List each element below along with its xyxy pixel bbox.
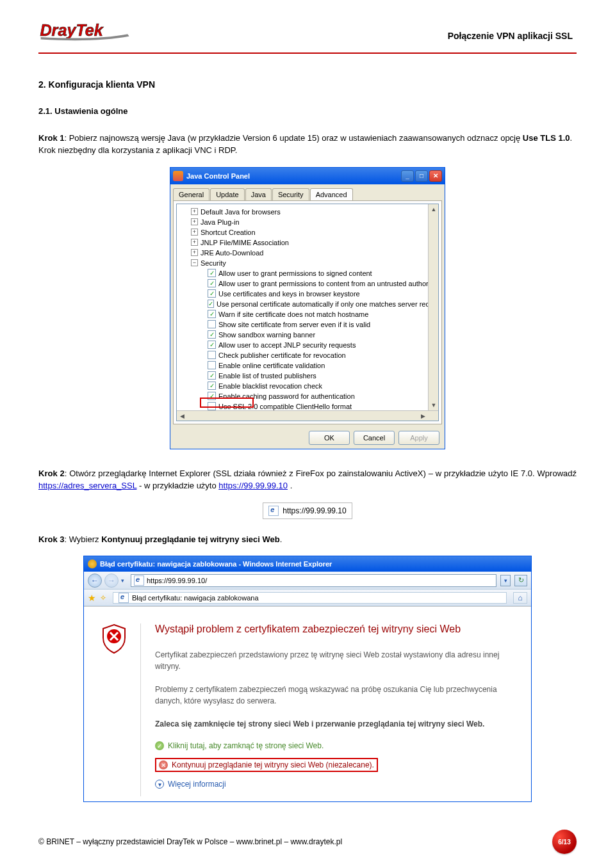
collapse-icon[interactable]: − (191, 259, 198, 266)
ie-tab[interactable]: Błąd certyfikatu: nawigacja zablokowana (113, 592, 507, 604)
ie-address-input[interactable] (147, 577, 493, 584)
tree-node-collapsed[interactable]: +JRE Auto-Download (181, 248, 436, 258)
step1-option-name: Use TLS 1.0 (523, 133, 570, 143)
checkbox-icon[interactable]: ✓ (208, 269, 216, 277)
expand-icon[interactable]: + (191, 208, 198, 215)
tree-checkbox-item[interactable]: ✓Use certificates and keys in browser ke… (181, 289, 436, 299)
url-bar: https://99.99.99.10 (263, 502, 352, 519)
checkbox-icon[interactable]: ✓ (208, 330, 216, 339)
ie-tab-label: Błąd certyfikatu: nawigacja zablokowana (132, 594, 259, 602)
cert-heading: Wystąpił problem z certyfikatem zabezpie… (155, 623, 514, 635)
page-number-badge: 6/13 (552, 830, 577, 854)
tab-java[interactable]: Java (245, 188, 272, 200)
link-example-url[interactable]: https://99.99.99.10 (218, 481, 288, 490)
tree-label: JNLP File/MIME Association (201, 237, 289, 248)
address-dropdown-icon[interactable]: ▾ (500, 575, 511, 586)
checkbox-icon[interactable]: ✓ (208, 310, 216, 318)
refresh-button[interactable]: ↻ (514, 575, 527, 586)
maximize-button[interactable]: □ (415, 170, 428, 182)
jcp-tabs: General Update Java Security Advanced (170, 184, 445, 200)
apply-button[interactable]: Apply (398, 431, 439, 445)
cancel-button[interactable]: Cancel (354, 431, 395, 445)
tree-checkbox-item[interactable]: ✓Show site certificate from server even … (181, 319, 436, 330)
forward-button[interactable]: → (104, 574, 119, 588)
doc-title: Połączenie VPN aplikacji SSL (448, 31, 577, 47)
cert-more-info-link[interactable]: Więcej informacji (168, 780, 226, 789)
footer-text: © BRINET – wyłączny przedstawiciel DrayT… (38, 837, 342, 846)
tree-checkbox-item[interactable]: ✓Enable list of trusted publishers (181, 371, 436, 381)
link-ssl-server[interactable]: https://adres_servera_SSL (38, 481, 136, 490)
cert-continue-link[interactable]: Kontynuuj przeglądanie tej witryny sieci… (172, 760, 374, 769)
checkbox-icon[interactable]: ✓ (208, 341, 216, 349)
info-icon: ▾ (155, 780, 164, 789)
step3-label: Krok 3 (38, 534, 64, 544)
tree-checkbox-item[interactable]: ✓Check publisher certificate for revocat… (181, 350, 436, 360)
add-favorites-icon[interactable]: ✧ (100, 593, 106, 602)
tree-checkbox-item[interactable]: ✓Show sandbox warning banner (181, 330, 436, 340)
favorites-icon[interactable]: ★ (88, 593, 96, 603)
tree-checkbox-item[interactable]: ✓Allow user to grant permissions to cont… (181, 278, 436, 289)
ie-body: Wystąpił problem z certyfikatem zabezpie… (84, 606, 531, 801)
svg-text:DrayTek: DrayTek (40, 21, 104, 39)
checkbox-icon[interactable]: ✓ (208, 279, 216, 287)
checkbox-label: Allow user to accept JNLP security reque… (218, 340, 356, 350)
close-button[interactable]: ✕ (429, 170, 442, 182)
tree-checkbox-item[interactable]: ✓Enable online certificate validation (181, 360, 436, 371)
ie-address-bar[interactable] (131, 574, 496, 587)
tree-node-collapsed[interactable]: +JNLP File/MIME Association (181, 237, 436, 248)
checkbox-label: Show site certificate from server even i… (218, 319, 370, 330)
tree-checkbox-item[interactable]: ✓Warn if site certificate does not match… (181, 309, 436, 319)
checkbox-icon[interactable]: ✓ (208, 392, 216, 400)
checkbox-icon[interactable]: ✓ (208, 361, 216, 369)
checkbox-icon[interactable]: ✓ (208, 382, 216, 390)
tree-label: Security (201, 258, 226, 268)
checkbox-icon[interactable]: ✓ (208, 300, 214, 308)
tree-checkbox-item[interactable]: ✓Allow user to grant permissions to sign… (181, 268, 436, 278)
tab-general[interactable]: General (173, 188, 209, 200)
tree-node-security[interactable]: −Security (181, 258, 436, 268)
ie-page-icon (134, 575, 144, 586)
tab-security[interactable]: Security (272, 188, 309, 200)
tab-update[interactable]: Update (210, 188, 244, 200)
step3-text-after: . (280, 534, 283, 544)
tree-node-collapsed[interactable]: +Default Java for browsers (181, 207, 436, 217)
cert-close-link[interactable]: Kliknij tutaj, aby zamknąć tę stronę sie… (168, 741, 324, 750)
jcp-title: Java Control Panel (186, 172, 400, 180)
horizontal-scrollbar[interactable] (177, 410, 438, 421)
tab-advanced[interactable]: Advanced (310, 188, 353, 200)
jcp-tree[interactable]: +Default Java for browsers+Java Plug-in+… (176, 204, 439, 421)
nav-dropdown-icon[interactable]: ▾ (121, 577, 124, 584)
tree-checkbox-item[interactable]: ✓Enable caching password for authenticat… (181, 391, 436, 401)
minimize-button[interactable]: _ (401, 170, 414, 182)
tree-node-collapsed[interactable]: +Shortcut Creation (181, 227, 436, 237)
expand-icon[interactable]: + (191, 239, 198, 246)
tree-checkbox-item[interactable]: ✓Enable blacklist revocation check (181, 381, 436, 391)
step3-button-name: Kontynuuj przeglądanie tej witryny sieci… (101, 534, 280, 544)
tree-node-collapsed[interactable]: +Java Plug-in (181, 217, 436, 227)
expand-icon[interactable]: + (191, 249, 198, 256)
back-button[interactable]: ← (88, 574, 102, 588)
checkbox-icon[interactable]: ✓ (208, 289, 216, 298)
tree-checkbox-item[interactable]: ✓Use personal certificate automatically … (181, 299, 436, 309)
tree-checkbox-item[interactable]: ✓Allow user to accept JNLP security requ… (181, 340, 436, 350)
expand-icon[interactable]: + (191, 218, 198, 225)
draytek-logo-svg: DrayTek (38, 19, 154, 44)
expand-icon[interactable]: + (191, 229, 198, 236)
step1-paragraph: Krok 1: Pobierz najnowszą wersję Java (w… (38, 132, 577, 157)
ie-cert-error-window: Błąd certyfikatu: nawigacja zablokowana … (83, 556, 532, 802)
shield-icon (101, 623, 127, 654)
checkbox-label: Enable blacklist revocation check (218, 381, 322, 391)
checkbox-label: Allow user to grant permissions to conte… (218, 278, 436, 289)
checkbox-icon[interactable]: ✓ (208, 320, 216, 328)
ok-button[interactable]: OK (309, 431, 350, 445)
vertical-scrollbar[interactable] (428, 204, 438, 410)
home-button[interactable]: ⌂ (513, 592, 527, 604)
step2-text3: . (288, 481, 292, 490)
step3-paragraph: Krok 3: Wybierz Kontynuuj przeglądanie t… (38, 533, 577, 546)
checkbox-icon[interactable]: ✓ (208, 351, 216, 359)
checkbox-label: Enable list of trusted publishers (218, 371, 316, 381)
checkbox-icon[interactable]: ✓ (208, 402, 216, 410)
step1-text-before: : Pobierz najnowszą wersję Java (w przyk… (64, 133, 522, 143)
ie-titlebar: Błąd certyfikatu: nawigacja zablokowana … (84, 556, 531, 572)
checkbox-icon[interactable]: ✓ (208, 371, 216, 380)
